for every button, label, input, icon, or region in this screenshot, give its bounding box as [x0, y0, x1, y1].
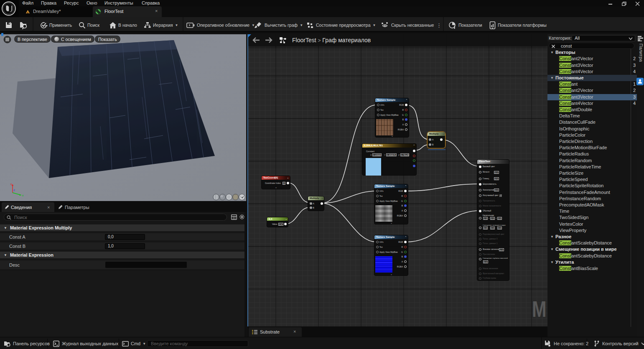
svg-text:y: y: [22, 194, 24, 196]
svg-text:z: z: [13, 188, 15, 192]
svg-text:x: x: [10, 183, 12, 186]
